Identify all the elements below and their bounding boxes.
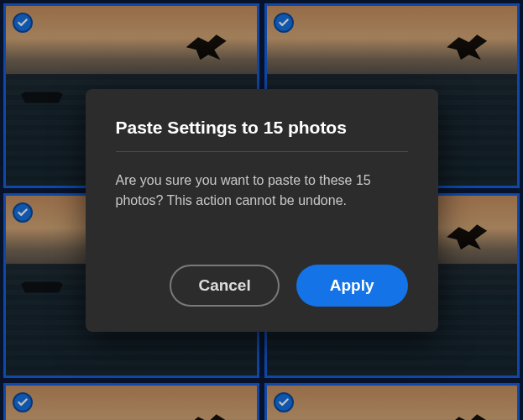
cancel-button[interactable]: Cancel (170, 265, 279, 307)
confirm-dialog: Paste Settings to 15 photos Are you sure… (86, 89, 438, 332)
modal-overlay: Paste Settings to 15 photos Are you sure… (0, 0, 523, 420)
dialog-title: Paste Settings to 15 photos (116, 118, 408, 138)
apply-button[interactable]: Apply (296, 265, 408, 307)
dialog-actions: Cancel Apply (116, 265, 408, 307)
dialog-divider (116, 151, 408, 152)
dialog-body-text: Are you sure you want to paste to these … (116, 171, 408, 211)
